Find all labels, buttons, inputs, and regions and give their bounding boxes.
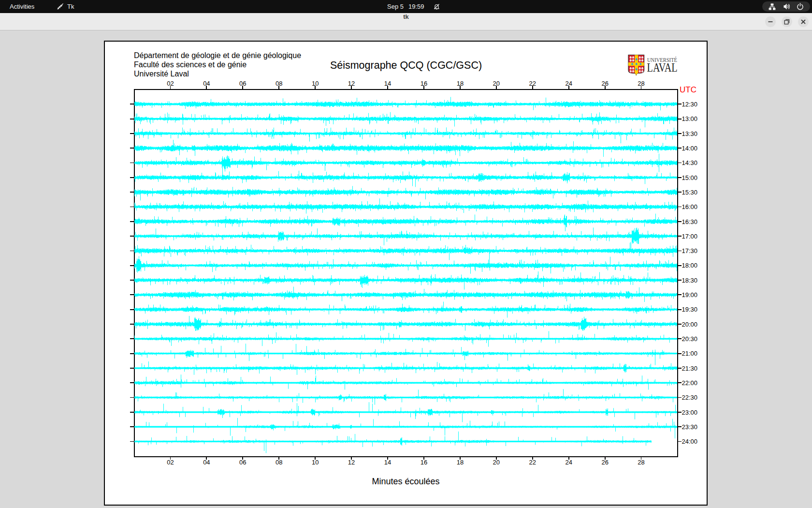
svg-text:16: 16 (420, 80, 427, 87)
svg-text:16:30: 16:30 (682, 218, 698, 225)
svg-text:02: 02 (167, 80, 174, 87)
svg-text:26: 26 (601, 80, 608, 87)
svg-text:18:00: 18:00 (682, 262, 698, 269)
svg-text:19:00: 19:00 (682, 291, 698, 299)
svg-text:18:30: 18:30 (682, 277, 698, 284)
svg-text:12:30: 12:30 (682, 101, 698, 108)
svg-text:20:00: 20:00 (682, 321, 698, 328)
svg-text:18: 18 (457, 80, 464, 87)
svg-text:14:30: 14:30 (682, 159, 698, 166)
svg-text:15:00: 15:00 (682, 174, 698, 181)
svg-text:22:00: 22:00 (682, 379, 698, 387)
svg-text:04: 04 (203, 80, 210, 87)
svg-text:21:30: 21:30 (682, 365, 698, 372)
svg-text:17:30: 17:30 (682, 247, 698, 254)
svg-text:02: 02 (167, 459, 174, 466)
svg-text:12: 12 (348, 80, 355, 87)
svg-text:15:30: 15:30 (682, 189, 698, 196)
svg-text:04: 04 (203, 459, 210, 466)
svg-text:22: 22 (529, 80, 536, 87)
svg-text:10: 10 (312, 80, 319, 87)
svg-text:23:00: 23:00 (682, 409, 698, 416)
svg-text:20:30: 20:30 (682, 335, 698, 343)
svg-text:26: 26 (601, 459, 608, 466)
svg-text:19:30: 19:30 (682, 306, 698, 313)
svg-text:18: 18 (457, 459, 464, 466)
svg-text:24: 24 (565, 80, 572, 87)
svg-text:16: 16 (420, 459, 427, 466)
svg-text:24:00: 24:00 (682, 438, 698, 445)
svg-text:28: 28 (638, 80, 644, 87)
svg-text:12: 12 (348, 459, 355, 466)
svg-text:20: 20 (493, 459, 500, 466)
svg-text:21:00: 21:00 (682, 350, 698, 357)
svg-text:10: 10 (312, 459, 319, 466)
svg-text:13:30: 13:30 (682, 130, 698, 137)
svg-text:13:00: 13:00 (682, 115, 698, 122)
svg-text:22:30: 22:30 (682, 394, 698, 401)
svg-text:16:00: 16:00 (682, 203, 698, 210)
svg-text:20: 20 (493, 80, 500, 87)
svg-text:08: 08 (276, 459, 282, 466)
svg-text:06: 06 (239, 459, 246, 466)
svg-text:14: 14 (384, 80, 391, 87)
svg-text:14: 14 (384, 459, 391, 466)
svg-text:UTC: UTC (680, 85, 696, 94)
svg-text:23:30: 23:30 (682, 423, 698, 431)
svg-text:06: 06 (239, 80, 246, 87)
svg-text:08: 08 (276, 80, 282, 87)
svg-text:14:00: 14:00 (682, 145, 698, 152)
svg-text:24: 24 (565, 459, 572, 466)
svg-text:28: 28 (638, 459, 644, 466)
svg-text:17:00: 17:00 (682, 233, 698, 240)
svg-text:22: 22 (529, 459, 536, 466)
